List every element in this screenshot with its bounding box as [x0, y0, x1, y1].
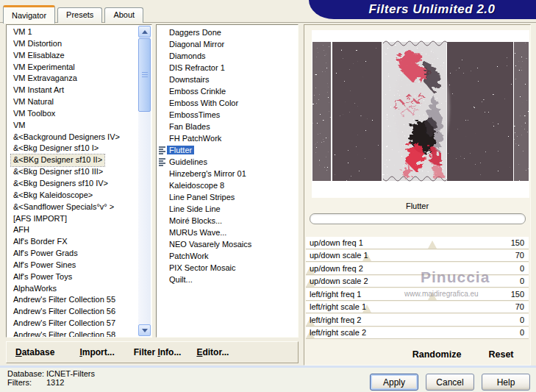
category-item[interactable]: AFH: [7, 224, 138, 236]
category-item-label: VM Elisablaze: [11, 50, 67, 62]
category-item[interactable]: VM Experimental: [7, 62, 138, 74]
import-button[interactable]: Import...: [79, 347, 114, 357]
category-item[interactable]: Alf's Border FX: [7, 236, 138, 248]
category-scrollbar[interactable]: [138, 26, 151, 336]
filter-item[interactable]: Line Side Line: [157, 203, 296, 215]
scrollbar-thumb[interactable]: [138, 38, 151, 112]
filter-item[interactable]: PatchWork: [157, 250, 296, 262]
category-item-label: Alf's Power Toys: [11, 271, 74, 283]
filter-item[interactable]: Line Panel Stripes: [157, 191, 296, 203]
filter-item[interactable]: DIS Refractor 1: [157, 62, 296, 74]
filter-item[interactable]: Fan Blades: [157, 121, 296, 132]
filter-item[interactable]: Guidelines: [157, 156, 296, 168]
category-item-label: Andrew's Filter Collection 55: [11, 294, 118, 306]
category-item[interactable]: AlphaWorks: [7, 283, 138, 295]
filter-item[interactable]: Diamonds: [157, 50, 296, 62]
tab-about[interactable]: About: [104, 7, 143, 23]
parameter-slider-up-down-scale-1[interactable]: up/down scale 170: [306, 250, 529, 262]
slider-thumb-icon[interactable]: [428, 292, 437, 300]
filter-item-label: PatchWork: [167, 252, 211, 260]
filter-item[interactable]: Emboss Crinkle: [157, 85, 296, 97]
category-item[interactable]: VM Instant Art: [7, 85, 138, 96]
cancel-button[interactable]: Cancel: [426, 374, 474, 391]
filter-item[interactable]: Downstairs: [157, 74, 296, 85]
parameter-slider-up-down-scale-2[interactable]: up/down scale 20: [306, 276, 529, 288]
filter-item[interactable]: Flutter: [157, 144, 296, 156]
filter-item[interactable]: Kaleidoscope 8: [157, 179, 296, 191]
reset-button[interactable]: Reset: [481, 349, 521, 360]
filter-item[interactable]: Daggers Done: [157, 26, 296, 38]
parameter-slider-left-right-scale-2[interactable]: left/right scale 20: [306, 327, 529, 339]
parameter-slider-up-down-freq-1[interactable]: up/down freq 1150: [306, 237, 529, 249]
parameter-slider-left-right-freq-1[interactable]: left/right freq 1150: [306, 288, 529, 300]
parameter-label: left/right scale 2: [306, 328, 366, 337]
category-item[interactable]: Andrew's Filter Collection 55: [7, 294, 138, 306]
parameter-value: 150: [511, 238, 529, 247]
parameter-value: 70: [515, 251, 529, 260]
parameter-slider-up-down-freq-2[interactable]: up/down freq 20: [306, 263, 529, 274]
filter-item[interactable]: PIX Sector Mosaic: [157, 262, 296, 274]
category-item[interactable]: VM Elisablaze: [7, 50, 138, 62]
parameter-list: up/down freq 1150up/down scale 170up/dow…: [306, 237, 529, 338]
category-listbox[interactable]: VM 1VM DistortionVM ElisablazeVM Experim…: [6, 24, 152, 338]
parameter-slider-left-right-freq-2[interactable]: left/right freq 20: [306, 314, 529, 326]
slider-thumb-icon[interactable]: [428, 240, 437, 249]
category-item[interactable]: [AFS IMPORT]: [7, 213, 138, 225]
category-item[interactable]: &<BKg Designer sf10 II>: [7, 154, 138, 166]
category-item[interactable]: VM Extravaganza: [7, 73, 138, 85]
category-item[interactable]: VM 1: [7, 26, 138, 38]
filter-item[interactable]: MURUs Wave...: [157, 227, 296, 238]
tab-bar: NavigatorPresetsAbout: [3, 4, 143, 23]
filter-item-label: PIX Sector Mosaic: [167, 263, 237, 272]
filter-info-button[interactable]: Filter Info...: [134, 347, 182, 357]
up-arrow-icon: [142, 30, 148, 34]
filter-listbox[interactable]: Daggers DoneDiagonal MirrorDiamondsDIS R…: [156, 24, 299, 338]
filter-item[interactable]: FH PatchWork: [157, 132, 296, 144]
database-button[interactable]: Database: [15, 347, 54, 357]
category-item[interactable]: VM Distortion: [7, 38, 138, 50]
filter-item-label: Emboss Crinkle: [167, 87, 228, 96]
category-item[interactable]: Alf's Power Toys: [7, 271, 138, 283]
parameter-label: up/down freq 2: [306, 264, 363, 273]
filter-item[interactable]: Hinzeberg's Mirror 01: [157, 168, 296, 179]
scroll-up-button[interactable]: [138, 26, 151, 38]
parameter-label: up/down scale 2: [306, 277, 368, 285]
category-item[interactable]: Alf's Power Grads: [7, 248, 138, 260]
randomize-button[interactable]: Randomize: [404, 349, 470, 360]
editor-button[interactable]: Editor...: [196, 347, 229, 357]
filter-item[interactable]: Diagonal Mirror: [157, 38, 296, 50]
category-item-label: AFH: [11, 224, 32, 236]
category-item[interactable]: Alf's Power Sines: [7, 260, 138, 271]
category-item[interactable]: &<Sandflower Specials°v° >: [7, 202, 138, 213]
category-item[interactable]: &<Background Designers IV>: [7, 132, 138, 143]
scroll-down-button[interactable]: [138, 324, 151, 336]
toolbar: DatabaseImport...Filter Info...Editor...: [6, 341, 299, 363]
apply-button[interactable]: Apply: [370, 374, 418, 391]
category-item[interactable]: VM Toolbox: [7, 108, 138, 120]
category-item[interactable]: &<Bkg Designer sf10 III>: [7, 166, 138, 178]
filter-item[interactable]: Quilt...: [157, 274, 296, 285]
category-item[interactable]: Andrew's Filter Collection 58: [7, 329, 138, 338]
preview-area[interactable]: [312, 30, 529, 198]
parameter-slider-left-right-scale-1[interactable]: left/right scale 170: [306, 302, 529, 313]
tab-navigator[interactable]: Navigator: [3, 5, 55, 24]
category-item[interactable]: Andrew's Filter Collection 57: [7, 318, 138, 329]
tab-presets[interactable]: Presets: [57, 7, 102, 23]
parameter-value: 70: [515, 302, 529, 311]
filter-item-label: MURUs Wave...: [167, 228, 229, 237]
filter-item[interactable]: NEO Vasarely Mosaics: [157, 238, 296, 250]
category-item[interactable]: VM: [7, 120, 138, 132]
filter-item[interactable]: Moiré Blocks...: [157, 215, 296, 227]
filter-item[interactable]: Emboss With Color: [157, 97, 296, 109]
category-item[interactable]: VM Natural: [7, 96, 138, 108]
category-item-label: VM Extravaganza: [11, 73, 79, 85]
thumb-grip-icon: [142, 72, 148, 78]
category-item[interactable]: &<Bkg Designer sf10 I>: [7, 143, 138, 154]
title-banner: Filters Unlimited 2.0: [309, 0, 536, 19]
category-item[interactable]: &<Bkg Designers sf10 IV>: [7, 178, 138, 190]
category-item[interactable]: Andrew's Filter Collection 56: [7, 306, 138, 318]
category-item-label: Andrew's Filter Collection 56: [11, 306, 118, 318]
category-item[interactable]: &<Bkg Kaleidoscope>: [7, 190, 138, 202]
help-button[interactable]: Help: [482, 374, 530, 391]
filter-item[interactable]: EmbossTimes: [157, 109, 296, 121]
